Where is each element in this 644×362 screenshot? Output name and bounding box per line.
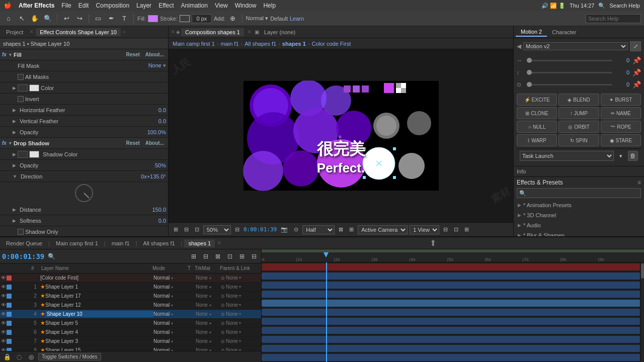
op-expand[interactable]: ▶ [13,130,16,135]
vert-feather-value[interactable]: 0.0 [136,118,166,124]
close-icon-comp2[interactable]: ✕ [245,29,254,35]
zoom-btn[interactable]: 🔍 [42,13,53,24]
ds-about-btn[interactable]: About... [143,140,166,146]
tl-btn4[interactable]: ⊡ [225,251,235,261]
warp-btn[interactable]: ⌇WARP [517,134,557,146]
add-btn[interactable]: ⊕ [227,13,238,24]
tl-layer-row-8[interactable]: 👁 8 ★ Shape Layer 15 Normal ▾ None ▾ ⊙ N… [0,346,261,351]
tl-shapes1-tab[interactable]: shapes 1 [184,239,215,247]
menu-window[interactable]: Window [235,2,257,9]
distance-value[interactable]: 150.0 [136,207,166,213]
motion-tab[interactable]: Motion 2 [516,28,547,37]
stroke-width-input[interactable] [192,14,212,23]
tl-maincampfirst-tab[interactable]: Main camp first 1 [52,239,102,247]
breadcrumb-5[interactable]: Color code First [312,41,351,47]
slider-z-knob[interactable] [527,82,532,87]
export-btn[interactable]: ⊞ [462,225,471,234]
color-swatch-light[interactable] [29,84,39,92]
slider-x-knob[interactable] [527,58,532,63]
tl-layer-row-0[interactable]: 👁 [Color code First] Normal ▾ None ▾ ⊙ N… [0,274,261,283]
zoom-select[interactable]: 50% 100% 25% [203,225,231,234]
search-input[interactable] [586,14,641,23]
tl-btn5[interactable]: ⊞ [237,251,247,261]
vf-expand[interactable]: ▶ [13,119,16,124]
tl-layer-row-2[interactable]: 👁 2 ★ Shape Layer 17 Normal ▾ None ▾ ⊙ N… [0,292,261,301]
burst-btn[interactable]: ✦BURST [601,94,641,106]
tl-layer-row-6[interactable]: 👁 6 ★ Shape Layer 4 Normal ▾ None ▾ ⊙ No… [0,328,261,337]
slider-y-knob[interactable] [527,70,532,75]
opacity-value[interactable]: 100.0% [136,129,166,135]
dir-expand[interactable]: ▼ [13,174,17,179]
eye-6[interactable]: 👁 [1,329,6,335]
camera-select[interactable]: Active Camera [358,225,408,234]
comp-lock-btn[interactable]: 🔒 [2,352,12,362]
slider-y-track[interactable] [527,72,612,73]
sop-expand[interactable]: ▶ [13,163,16,168]
task-options-btn[interactable]: ▾ [616,151,626,161]
breadcrumb-3[interactable]: All shapes f1 [245,41,276,47]
tl-layer-row-5[interactable]: 👁 5 ★ Shape Layer 5 Normal ▾ None ▾ ⊙ No… [0,319,261,328]
redo-btn[interactable]: ↪ [74,13,85,24]
ds-expand[interactable]: ▼ [8,141,12,146]
eye-7[interactable]: 👁 [1,338,6,344]
toggle-switches-btn[interactable]: Toggle Switches / Modes [38,353,101,360]
tl-allshapes-tab[interactable]: All shapes f1 [139,239,179,247]
menu-help[interactable]: Help [263,2,276,9]
spin-btn[interactable]: ↻SPIN [558,134,599,146]
menu-effect[interactable]: Effect [158,2,174,9]
tl-btn1[interactable]: ⊞ [189,251,199,261]
shadow-color-swatch-dark[interactable] [18,151,28,158]
null-btn[interactable]: ○NULL [517,121,557,133]
breadcrumb-4[interactable]: shapes 1 [282,41,306,47]
comp-tab-1[interactable]: Composition shapes 1 [181,28,244,36]
motion-expand-btn[interactable]: ⤢ [630,41,641,51]
hand-btn[interactable]: ✋ [29,13,40,24]
ds-reset-btn[interactable]: Reset [124,140,142,146]
tl-btn6[interactable]: ⊟ [249,251,259,261]
search-help[interactable]: Search Help [609,3,640,9]
text-btn[interactable]: T [119,13,130,24]
tl-search-btn[interactable]: 🔍 [46,251,56,261]
search-icon[interactable]: 🔍 [598,3,605,9]
pen-btn[interactable]: ✒ [106,13,117,24]
project-tab[interactable]: Project [2,28,27,36]
hf-expand[interactable]: ▶ [13,108,16,113]
shadow-only-checkbox[interactable] [18,229,24,235]
slider-x-track[interactable] [527,60,612,61]
snapshot-btn[interactable]: 📷 [279,225,290,234]
normal-dropdown[interactable]: Normal ▾ [246,15,269,22]
tl-btn3[interactable]: ⊠ [213,251,223,261]
effect-controls-tab[interactable]: Effect Controls Shape Layer 10 [36,28,121,36]
orbit-btn[interactable]: ◎ORBIT [558,121,599,133]
motion-version-select[interactable]: Motion v2 [523,42,628,50]
apple-menu[interactable]: 🍎 [4,2,12,9]
breadcrumb-1[interactable]: Main camp first 1 [173,41,215,47]
undo-btn[interactable]: ↩ [61,13,72,24]
region-btn[interactable]: ⊙ [292,225,300,234]
eye-0[interactable]: 👁 [1,275,6,281]
tl-layer-row-4[interactable]: 👁 4 ★ Shape Layer 10 Normal ▾ None ▾ ⊙ N… [0,310,261,319]
comp-tab-2[interactable]: Layer (none) [260,28,299,36]
blend-btn[interactable]: ◈BLEND [558,94,599,106]
softness-value[interactable]: 0.0 [136,218,166,224]
views-select[interactable]: 1 View [410,225,439,234]
render-btn[interactable]: ⊡ [452,225,460,234]
tl-render-queue-tab[interactable]: Render Queue [2,239,46,247]
tl-scrollbar-thumb[interactable] [641,263,644,279]
effects-animation-presets[interactable]: ▶ * Animation Presets [517,200,641,210]
direction-dial[interactable] [75,184,93,202]
rope-btn[interactable]: 〜ROPE [601,121,641,133]
menu-composition[interactable]: Composition [96,2,129,9]
stroke-color-swatch[interactable] [180,15,190,22]
more-views-btn[interactable]: ⊟ [441,225,450,234]
close-icon-comp[interactable]: ✕ [171,29,175,35]
fill-mask-value[interactable]: None ▾ [136,62,166,69]
learn-label[interactable]: Learn [290,16,304,22]
slider-z-track[interactable] [527,84,612,85]
color-swatch-dark[interactable] [18,84,28,92]
tl-layer-row-1[interactable]: 👁 1 ★ Shape Layer 1 Normal ▾ None ▾ ⊙ No… [0,283,261,292]
comp-solo-btn[interactable]: ◎ [26,352,36,362]
motion-prev-btn[interactable]: ◀ [517,43,521,50]
tl-layer-row-3[interactable]: 👁 3 ★ Shape Layer 12 Normal ▾ None ▾ ⊙ N… [0,301,261,310]
effects-3d-channel[interactable]: ▶ * 3D Channel [517,210,641,220]
